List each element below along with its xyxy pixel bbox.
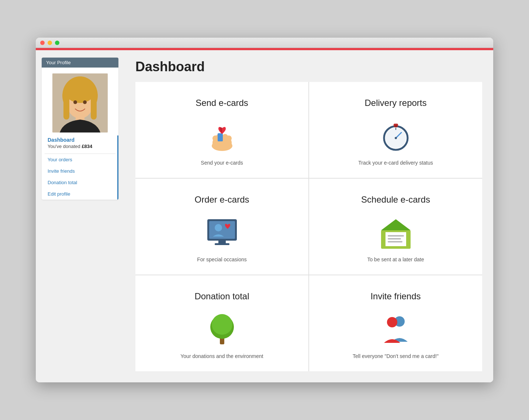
maximize-button[interactable] (55, 41, 59, 45)
avatar-image (52, 73, 108, 132)
avatar (52, 73, 108, 132)
profile-name: Dashboard (42, 135, 118, 144)
svg-marker-28 (381, 219, 411, 230)
svg-rect-25 (218, 241, 226, 244)
donation-total-icon (204, 310, 241, 347)
card-schedule-ecards[interactable]: Schedule e-cards (309, 179, 482, 275)
profile-header: Your Profile (42, 58, 118, 68)
svg-point-7 (73, 100, 77, 104)
profile-card: Your Profile (42, 58, 118, 200)
schedule-ecards-icon (377, 214, 414, 251)
main-content: Your Profile (36, 50, 493, 382)
card-invite-friends-desc: Tell everyone "Don't send me a card!" (353, 353, 439, 359)
card-order-ecards-title: Order e-cards (194, 194, 249, 205)
card-send-ecards[interactable]: Send e-cards (135, 82, 308, 178)
main-area: Dashboard Send e-cards (124, 50, 493, 382)
card-delivery-reports-desc: Track your e-card delivery status (358, 160, 433, 166)
card-delivery-reports-title: Delivery reports (364, 98, 426, 108)
minimize-button[interactable] (48, 41, 52, 45)
svg-point-8 (83, 100, 87, 104)
app-window: Your Profile (36, 38, 493, 382)
card-delivery-reports[interactable]: Delivery reports (309, 82, 482, 178)
active-indicator (117, 135, 118, 200)
sidebar-item-your-orders[interactable]: Your orders (42, 154, 118, 165)
svg-point-22 (395, 137, 397, 139)
sidebar-item-edit-profile[interactable]: Edit profile (42, 188, 118, 200)
avatar-wrap (42, 68, 118, 135)
invite-friends-icon (377, 310, 414, 347)
svg-rect-32 (388, 238, 401, 240)
page-title: Dashboard (135, 59, 482, 75)
sidebar-item-invite-friends[interactable]: Invite friends (42, 165, 118, 177)
profile-nav: Dashboard You've donated £834 Your order… (42, 135, 118, 200)
sidebar-item-donation-total[interactable]: Donation total (42, 177, 118, 188)
svg-rect-15 (218, 133, 223, 141)
profile-donated: You've donated £834 (42, 144, 118, 154)
card-schedule-ecards-title: Schedule e-cards (361, 194, 430, 205)
titlebar (36, 38, 493, 48)
card-send-ecards-desc: Send your e-cards (201, 160, 243, 166)
svg-point-14 (226, 135, 232, 141)
card-donation-total-desc: Your donations and the environment (180, 353, 263, 359)
svg-rect-6 (91, 94, 97, 120)
close-button[interactable] (40, 41, 45, 45)
order-ecards-icon (204, 214, 241, 251)
card-order-ecards[interactable]: Order e-cards (135, 179, 308, 275)
dashboard-grid: Send e-cards (135, 82, 482, 371)
sidebar: Your Profile (36, 50, 124, 382)
send-ecards-icon (204, 117, 241, 154)
svg-point-38 (387, 317, 397, 327)
svg-rect-19 (394, 125, 397, 127)
svg-rect-31 (388, 235, 404, 237)
card-invite-friends-title: Invite friends (370, 291, 421, 302)
card-donation-total[interactable]: Donation total Your donations and the en… (135, 275, 308, 371)
delivery-reports-icon (377, 117, 414, 154)
svg-point-27 (215, 224, 222, 231)
svg-rect-5 (63, 94, 69, 120)
svg-rect-33 (388, 241, 402, 242)
card-order-ecards-desc: For special occasions (197, 257, 247, 262)
card-send-ecards-title: Send e-cards (196, 98, 248, 108)
svg-rect-26 (215, 243, 229, 245)
svg-point-36 (212, 314, 232, 335)
card-schedule-ecards-desc: To be sent at a later date (367, 257, 424, 262)
card-donation-total-title: Donation total (194, 291, 249, 302)
donated-amount: £834 (82, 144, 92, 149)
card-invite-friends[interactable]: Invite friends Tell everyone "Don't send… (309, 275, 482, 371)
